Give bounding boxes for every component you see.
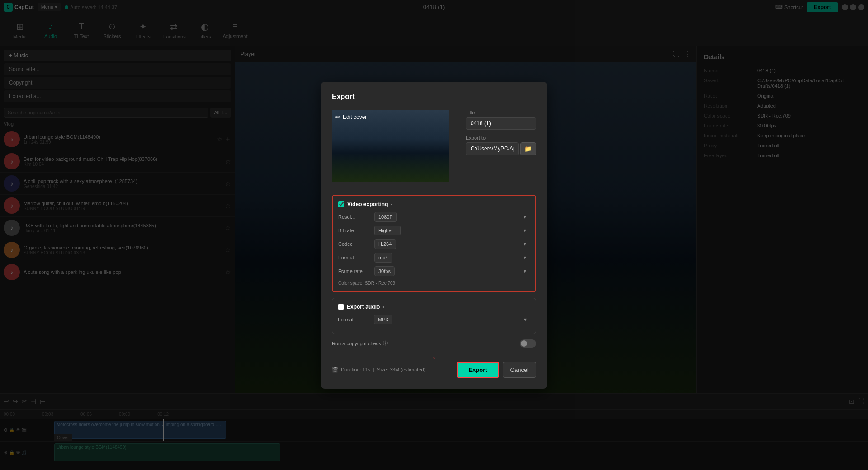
video-export-header: Video exporting • <box>338 201 530 207</box>
modal-fields: Title Export to 📁 <box>466 110 536 188</box>
resolution-select[interactable]: 1080P 720P 4K <box>374 212 397 222</box>
audio-export-section: Export audio • Format MP3 AAC <box>332 298 536 334</box>
export-to-field-row: Export to 📁 <box>466 135 536 155</box>
format-label: Format <box>338 255 374 260</box>
pencil-icon: ✏ <box>335 113 341 121</box>
export-to-row: 📁 <box>466 142 536 155</box>
codec-select[interactable]: H.264 H.265 <box>374 239 396 249</box>
bitrate-label: Bit rate <box>338 228 374 233</box>
modal-title: Export <box>332 93 536 101</box>
toggle-knob <box>521 340 527 347</box>
modal-actions: Export Cancel <box>457 362 536 378</box>
audio-format-select-wrapper: MP3 AAC <box>374 315 530 324</box>
codec-label: Codec <box>338 241 374 247</box>
title-field-row: Title <box>466 110 536 130</box>
export-modal: Export ✏ Edit cover Title Export to <box>321 82 547 389</box>
copyright-check-label: Run a copyright check ⓘ <box>332 340 388 347</box>
modal-footer: 🎬 Duration: 11s | Size: 33M (estimated) … <box>332 362 536 378</box>
copyright-row: Run a copyright check ⓘ <box>332 339 536 348</box>
audio-export-checkbox[interactable] <box>338 304 344 310</box>
bitrate-row: Bit rate Higher High Medium <box>338 226 530 235</box>
title-field-label: Title <box>466 110 536 115</box>
modal-info: 🎬 Duration: 11s | Size: 33M (estimated) <box>332 367 425 373</box>
framerate-label: Frame rate <box>338 268 374 274</box>
video-export-info: • <box>391 202 392 207</box>
edit-cover-text: Edit cover <box>343 114 367 120</box>
bitrate-select-wrapper: Higher High Medium <box>374 226 530 235</box>
resolution-label: Resol... <box>338 214 374 220</box>
cover-preview: ✏ Edit cover <box>332 110 449 182</box>
arrow-down-indicator: ↓ <box>432 351 436 361</box>
modal-overlay: Export ✏ Edit cover Title Export to <box>0 0 868 470</box>
copyright-check-text: Run a copyright check <box>332 341 381 346</box>
audio-export-header: Export audio • <box>338 304 530 310</box>
copyright-toggle[interactable] <box>520 339 536 348</box>
resolution-row: Resol... 1080P 720P 4K <box>338 212 530 222</box>
audio-export-info: • <box>382 304 384 310</box>
export-to-label: Export to <box>466 135 536 141</box>
cancel-button[interactable]: Cancel <box>503 362 536 378</box>
export-button[interactable]: Export <box>457 362 499 378</box>
title-input[interactable] <box>466 117 536 130</box>
codec-row: Codec H.264 H.265 <box>338 239 530 249</box>
framerate-select[interactable]: 30fps 24fps 60fps <box>374 266 395 276</box>
audio-export-label: Export audio <box>347 304 380 310</box>
copyright-container: Run a copyright check ⓘ ↓ <box>332 339 536 348</box>
color-space-row: Color space: SDR - Rec.709 <box>338 280 530 286</box>
separator: | <box>373 367 374 372</box>
bitrate-select[interactable]: Higher High Medium <box>374 226 401 235</box>
format-select-wrapper: mp4 mov <box>374 253 530 263</box>
info-icon: ⓘ <box>383 340 388 347</box>
size-text: Size: 33M (estimated) <box>377 367 425 372</box>
resolution-select-wrapper: 1080P 720P 4K <box>374 212 530 222</box>
film-icon: 🎬 <box>332 367 338 373</box>
framerate-row: Frame rate 30fps 24fps 60fps <box>338 266 530 276</box>
edit-cover-label[interactable]: ✏ Edit cover <box>335 113 367 121</box>
codec-select-wrapper: H.264 H.265 <box>374 239 530 249</box>
folder-button[interactable]: 📁 <box>520 142 536 155</box>
format-row: Format mp4 mov <box>338 253 530 263</box>
color-space-text: Color space: SDR - Rec.709 <box>338 281 395 286</box>
video-export-section: Video exporting • Resol... 1080P 720P 4K… <box>332 195 536 292</box>
audio-format-row: Format MP3 AAC <box>338 315 530 324</box>
format-select[interactable]: mp4 mov <box>374 253 392 263</box>
export-path-input[interactable] <box>466 142 519 155</box>
duration-text: Duration: 11s <box>341 367 370 372</box>
video-export-checkbox[interactable] <box>338 201 344 207</box>
audio-format-select[interactable]: MP3 AAC <box>374 315 392 324</box>
cover-and-fields: ✏ Edit cover Title Export to 📁 <box>332 110 536 188</box>
video-export-label: Video exporting <box>347 201 388 207</box>
audio-format-label: Format <box>338 317 374 322</box>
framerate-select-wrapper: 30fps 24fps 60fps <box>374 266 530 276</box>
